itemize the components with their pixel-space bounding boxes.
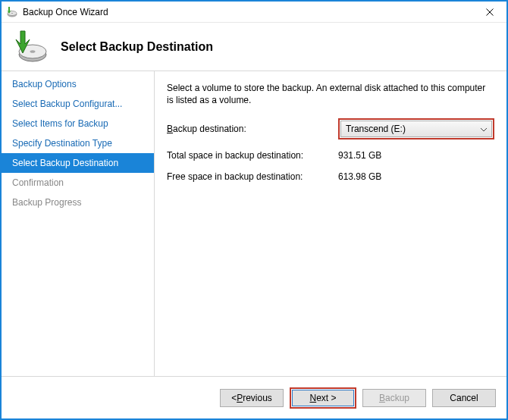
free-space-label: Free space in backup destination:: [167, 171, 338, 182]
total-space-value: 931.51 GB: [338, 150, 494, 161]
svg-point-2: [11, 12, 13, 13]
total-space-label: Total space in backup destination:: [167, 150, 338, 161]
step-backup-options[interactable]: Backup Options: [2, 74, 154, 94]
wizard-steps-sidebar: Backup Options Select Backup Configurat.…: [2, 71, 155, 376]
free-space-value: 613.98 GB: [338, 171, 494, 182]
backup-disc-icon: [12, 29, 49, 65]
step-select-backup-destination[interactable]: Select Backup Destination: [2, 153, 154, 173]
wizard-window: Backup Once Wizard Select Backup Destina…: [2, 2, 506, 418]
cancel-button[interactable]: Cancel: [432, 389, 496, 407]
app-icon: [6, 6, 18, 18]
svg-point-7: [30, 50, 36, 53]
backup-destination-label: Backup destination:: [167, 124, 338, 134]
backup-destination-highlight: Transcend (E:): [338, 118, 494, 139]
next-button-highlight: Next >: [290, 387, 356, 409]
wizard-header: Select Backup Destination: [2, 23, 506, 71]
previous-button[interactable]: < Previous: [220, 389, 284, 407]
wizard-content: Select a volume to store the backup. An …: [155, 71, 506, 376]
close-icon: [486, 8, 494, 16]
window-title: Backup Once Wizard: [23, 7, 473, 17]
step-confirmation: Confirmation: [2, 173, 154, 193]
backup-destination-dropdown[interactable]: Transcend (E:): [340, 121, 492, 137]
step-select-backup-config[interactable]: Select Backup Configurat...: [2, 94, 154, 114]
page-title: Select Backup Destination: [61, 40, 213, 54]
backup-destination-value: Transcend (E:): [346, 124, 481, 134]
step-select-items[interactable]: Select Items for Backup: [2, 114, 154, 133]
step-backup-progress: Backup Progress: [2, 193, 154, 212]
close-button[interactable]: [473, 2, 506, 23]
next-button[interactable]: Next >: [292, 390, 354, 406]
step-specify-destination-type[interactable]: Specify Destination Type: [2, 133, 154, 153]
wizard-footer: < Previous Next > Backup Cancel: [2, 376, 506, 418]
backup-button: Backup: [362, 389, 426, 407]
titlebar: Backup Once Wizard: [2, 2, 506, 23]
intro-text: Select a volume to store the backup. An …: [167, 82, 494, 106]
chevron-down-icon: [481, 125, 487, 133]
